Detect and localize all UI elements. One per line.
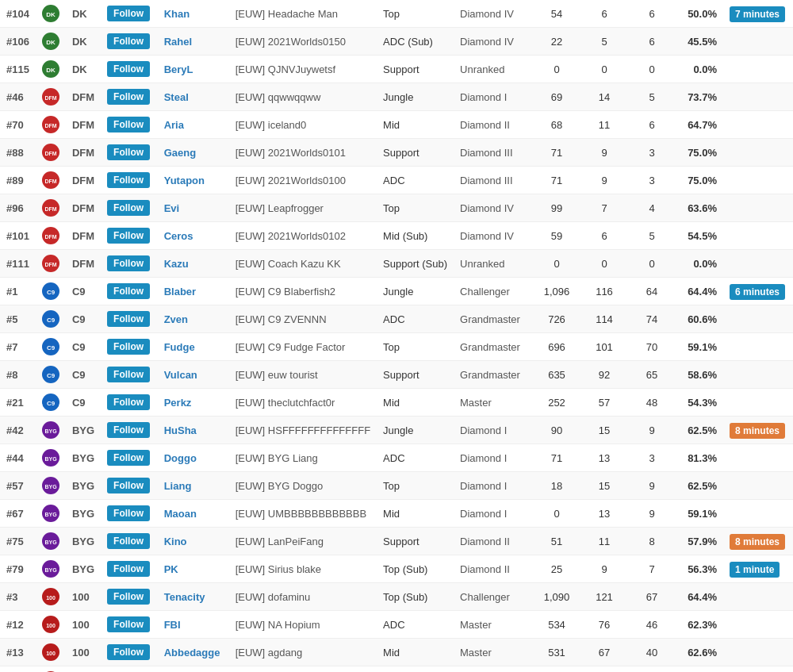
rank-tier: Diamond III bbox=[454, 139, 533, 167]
follow-button[interactable]: Follow bbox=[107, 644, 150, 660]
follow-button[interactable]: Follow bbox=[107, 561, 150, 577]
follow-button[interactable]: Follow bbox=[107, 255, 150, 271]
follow-cell[interactable]: Follow bbox=[101, 28, 158, 56]
badge-cell bbox=[723, 444, 793, 472]
wins-cell: 6 bbox=[580, 222, 628, 250]
follow-cell[interactable]: Follow bbox=[101, 194, 158, 222]
follow-cell[interactable]: Follow bbox=[101, 528, 158, 555]
rank-cell: #115 bbox=[0, 56, 36, 83]
team-abbr: DFM bbox=[66, 139, 101, 167]
losses-cell: 0 bbox=[628, 56, 676, 83]
wins-cell: 15 bbox=[580, 417, 628, 444]
table-row: #8 C9 C9 Follow Vulcan [EUW] euw tourist… bbox=[0, 361, 793, 389]
follow-button[interactable]: Follow bbox=[107, 422, 150, 438]
follow-cell[interactable]: Follow bbox=[101, 305, 158, 333]
team-abbr: BYG bbox=[66, 472, 101, 500]
summoner-name: [EUW] UMBBBBBBBBBBBB bbox=[229, 500, 377, 528]
role-cell: Support bbox=[377, 666, 454, 673]
team-abbr: BYG bbox=[66, 528, 101, 555]
role-cell: Mid bbox=[377, 389, 454, 417]
follow-cell[interactable]: Follow bbox=[101, 389, 158, 417]
badge-cell bbox=[723, 361, 793, 389]
team-logo: BYG bbox=[36, 500, 66, 528]
team-abbr: 100 bbox=[66, 583, 101, 611]
follow-button[interactable]: Follow bbox=[107, 339, 150, 355]
follow-button[interactable]: Follow bbox=[107, 450, 150, 466]
losses-cell: 4 bbox=[628, 194, 676, 222]
team-logo: C9 bbox=[36, 361, 66, 389]
losses-cell: 0 bbox=[628, 250, 676, 278]
follow-cell[interactable]: Follow bbox=[101, 611, 158, 639]
follow-button[interactable]: Follow bbox=[107, 228, 150, 244]
team-logo: BYG bbox=[36, 555, 66, 583]
follow-button[interactable]: Follow bbox=[107, 505, 150, 521]
follow-button[interactable]: Follow bbox=[107, 367, 150, 382]
winrate-cell: 64.4% bbox=[676, 583, 723, 611]
wins-cell: 0 bbox=[580, 56, 628, 83]
follow-cell[interactable]: Follow bbox=[101, 555, 158, 583]
follow-button[interactable]: Follow bbox=[107, 6, 150, 21]
time-badge: 1 minute bbox=[730, 562, 780, 578]
follow-button[interactable]: Follow bbox=[107, 283, 150, 299]
winrate-cell: 75.0% bbox=[676, 139, 723, 167]
role-cell: Top bbox=[377, 0, 454, 28]
badge-cell bbox=[723, 83, 793, 111]
player-name: Steal bbox=[158, 83, 229, 111]
follow-cell[interactable]: Follow bbox=[101, 0, 158, 28]
team-logo: BYG bbox=[36, 528, 66, 555]
badge-cell bbox=[723, 472, 793, 500]
follow-button[interactable]: Follow bbox=[107, 394, 150, 410]
follow-button[interactable]: Follow bbox=[107, 311, 150, 327]
follow-cell[interactable]: Follow bbox=[101, 361, 158, 389]
rank-cell: #79 bbox=[0, 555, 36, 583]
rank-cell: #106 bbox=[0, 28, 36, 56]
follow-cell[interactable]: Follow bbox=[101, 278, 158, 305]
losses-cell: 9 bbox=[628, 417, 676, 444]
rank-cell: #7 bbox=[0, 333, 36, 361]
player-name: Doggo bbox=[158, 444, 229, 472]
wins-cell: 9 bbox=[580, 167, 628, 194]
summoner-name: [EUW] theclutchfact0r bbox=[229, 389, 377, 417]
follow-cell[interactable]: Follow bbox=[101, 583, 158, 611]
follow-button[interactable]: Follow bbox=[107, 616, 150, 632]
role-cell: Top (Sub) bbox=[377, 583, 454, 611]
follow-cell[interactable]: Follow bbox=[101, 250, 158, 278]
follow-button[interactable]: Follow bbox=[107, 200, 150, 216]
svg-text:BYG: BYG bbox=[44, 512, 57, 517]
games-cell: 25 bbox=[533, 555, 580, 583]
follow-cell[interactable]: Follow bbox=[101, 83, 158, 111]
follow-cell[interactable]: Follow bbox=[101, 639, 158, 666]
table-row: #115 DK DK Follow BeryL [EUW] QJNVJuywet… bbox=[0, 56, 793, 83]
follow-cell[interactable]: Follow bbox=[101, 222, 158, 250]
follow-cell[interactable]: Follow bbox=[101, 666, 158, 673]
follow-button[interactable]: Follow bbox=[107, 533, 150, 549]
rank-cell: #13 bbox=[0, 639, 36, 666]
follow-cell[interactable]: Follow bbox=[101, 333, 158, 361]
follow-button[interactable]: Follow bbox=[107, 589, 150, 605]
follow-cell[interactable]: Follow bbox=[101, 167, 158, 194]
follow-button[interactable]: Follow bbox=[107, 478, 150, 493]
rank-cell: #104 bbox=[0, 0, 36, 28]
summoner-name: [EUW] 2021Worlds0101 bbox=[229, 139, 377, 167]
svg-text:C9: C9 bbox=[47, 289, 56, 296]
follow-button[interactable]: Follow bbox=[107, 117, 150, 132]
losses-cell: 46 bbox=[628, 611, 676, 639]
follow-cell[interactable]: Follow bbox=[101, 111, 158, 139]
follow-button[interactable]: Follow bbox=[107, 172, 150, 188]
follow-cell[interactable]: Follow bbox=[101, 500, 158, 528]
follow-button[interactable]: Follow bbox=[107, 61, 150, 77]
follow-button[interactable]: Follow bbox=[107, 144, 150, 160]
follow-button[interactable]: Follow bbox=[107, 89, 150, 105]
follow-button[interactable]: Follow bbox=[107, 33, 150, 49]
follow-cell[interactable]: Follow bbox=[101, 417, 158, 444]
follow-cell[interactable]: Follow bbox=[101, 139, 158, 167]
team-logo: DFM bbox=[36, 83, 66, 111]
role-cell: Mid bbox=[377, 639, 454, 666]
follow-cell[interactable]: Follow bbox=[101, 472, 158, 500]
player-name: Kazu bbox=[158, 250, 229, 278]
player-name: PK bbox=[158, 555, 229, 583]
rank-cell: #70 bbox=[0, 111, 36, 139]
table-row: #42 BYG BYG Follow HuSha [EUW] HSFFFFFFF… bbox=[0, 417, 793, 444]
follow-cell[interactable]: Follow bbox=[101, 444, 158, 472]
follow-cell[interactable]: Follow bbox=[101, 56, 158, 83]
